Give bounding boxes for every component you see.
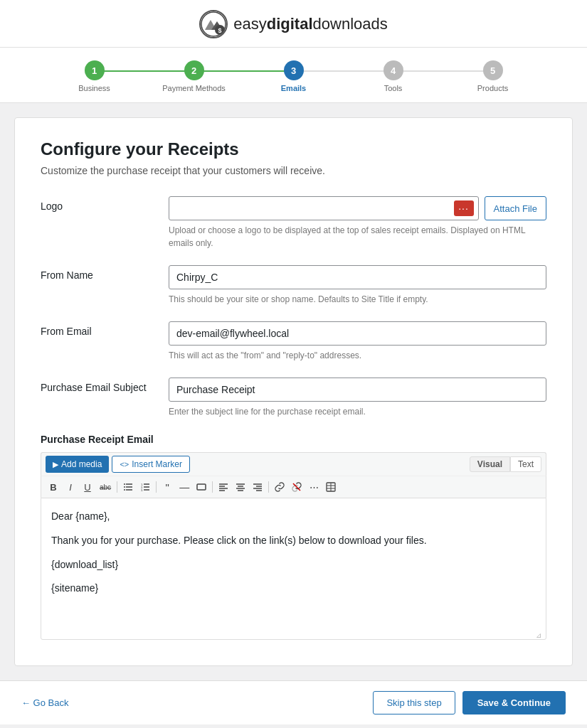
editor-resize-handle[interactable]: ⊿ (536, 629, 544, 638)
logo-input-wrap: ··· Attach File (169, 196, 546, 220)
editor-toolbar-left: ▶ Add media <> Insert Marker (46, 456, 190, 473)
align-center-button[interactable] (233, 479, 248, 495)
step-circle-3: 3 (284, 60, 304, 80)
bold-button[interactable]: B (46, 479, 61, 495)
separator-3 (212, 481, 213, 493)
stepper-bar: 1 Business 2 Payment Methods 3 Emails 4 … (0, 48, 587, 103)
main-container: Configure your Receipts Customize the pu… (0, 103, 587, 666)
bullet-list-button[interactable] (120, 479, 136, 495)
step-label-5: Products (477, 84, 508, 92)
editor-content-area[interactable]: Dear {name}, Thank you for your purchase… (41, 498, 546, 640)
skip-step-button[interactable]: Skip this step (373, 691, 455, 714)
logo-icon: $ (199, 10, 228, 38)
svg-point-9 (124, 486, 125, 488)
editor-toolbar-top: ▶ Add media <> Insert Marker Visual Text (41, 452, 546, 476)
code-icon: <> (120, 460, 129, 469)
more-button[interactable]: ⋯ (306, 479, 322, 495)
subject-label: Purchase Email Subject (41, 378, 169, 393)
footer-right: Skip this step Save & Continue (373, 691, 566, 714)
step-circle-1: 1 (85, 60, 105, 80)
subject-control: Enter the subject line for the purchase … (169, 378, 546, 418)
align-left-button[interactable] (216, 479, 231, 495)
svg-line-30 (293, 483, 300, 491)
step-label-1: Business (78, 84, 110, 92)
step-circle-4: 4 (384, 60, 403, 80)
step-label-2: Payment Methods (162, 84, 226, 92)
step-item-tools[interactable]: 4 Tools (344, 60, 443, 92)
from-name-hint: This should be your site or shop name. D… (169, 293, 546, 306)
logo-control: ··· Attach File Upload or choose a logo … (169, 196, 546, 250)
top-header: $ easydigitaldownloads (0, 0, 587, 48)
subject-input[interactable] (169, 378, 546, 402)
separator-1 (117, 481, 117, 493)
link-button[interactable] (272, 479, 287, 495)
table-button[interactable] (323, 479, 339, 495)
from-name-row: From Name This should be your site or sh… (41, 265, 546, 306)
align-right-button[interactable] (250, 479, 265, 495)
from-email-hint: This will act as the "from" and "reply-t… (169, 349, 546, 362)
from-email-input[interactable] (169, 321, 546, 346)
ordered-list-button[interactable]: 1.2.3. (137, 479, 153, 495)
visual-view-button[interactable]: Visual (470, 456, 510, 472)
editor-section: Purchase Receipt Email ▶ Add media <> In… (41, 434, 546, 640)
from-email-row: From Email This will act as the "from" a… (41, 321, 546, 362)
page-title: Configure your Receipts (41, 139, 546, 159)
editor-format-bar: B I U abc 1.2.3. " — (41, 476, 546, 498)
stepper: 1 Business 2 Payment Methods 3 Emails 4 … (45, 60, 543, 92)
separator-4 (268, 481, 269, 493)
underline-button[interactable]: U (80, 479, 95, 495)
step-label-3: Emails (281, 84, 306, 92)
editor-line-2: Thank you for your purchase. Please clic… (51, 532, 536, 550)
from-email-label: From Email (41, 321, 169, 337)
attach-file-button[interactable]: Attach File (485, 196, 546, 220)
logo-label: Logo (41, 196, 169, 212)
separator-2 (156, 481, 157, 493)
go-back-button[interactable]: ← Go Back (21, 697, 68, 708)
insert-marker-button[interactable]: <> Insert Marker (112, 456, 190, 473)
step-item-products[interactable]: 5 Products (443, 60, 543, 92)
logo-row: Logo ··· Attach File Upload or choose a … (41, 196, 546, 250)
text-view-button[interactable]: Text (510, 456, 541, 472)
logo-text: easydigitaldownloads (233, 15, 387, 33)
editor-view-buttons: Visual Text (470, 456, 541, 472)
svg-point-8 (124, 483, 125, 485)
logo-area: $ easydigitaldownloads (199, 10, 387, 38)
step-label-4: Tools (384, 84, 403, 92)
editor-line-4: {sitename} (51, 580, 536, 597)
step-circle-5: 5 (483, 60, 503, 80)
unlink-button[interactable] (289, 479, 305, 495)
media-icon: ▶ (53, 460, 58, 469)
from-name-input[interactable] (169, 265, 546, 289)
blockquote-button[interactable]: " (159, 479, 175, 495)
hr-button[interactable]: — (176, 479, 192, 495)
fullwidth-button[interactable] (194, 479, 209, 495)
save-continue-button[interactable]: Save & Continue (462, 691, 566, 714)
editor-line-1: Dear {name}, (51, 508, 536, 525)
step-circle-2: 2 (184, 60, 204, 80)
strikethrough-button[interactable]: abc (97, 479, 114, 495)
main-card: Configure your Receipts Customize the pu… (14, 117, 573, 666)
svg-text:$: $ (218, 27, 222, 34)
subject-hint: Enter the subject line for the purchase … (169, 405, 546, 418)
svg-point-10 (124, 489, 125, 491)
svg-rect-17 (197, 484, 206, 490)
logo-dots-button[interactable]: ··· (454, 200, 474, 216)
editor-line-3: {download_list} (51, 557, 536, 574)
add-media-button[interactable]: ▶ Add media (46, 456, 109, 473)
italic-button[interactable]: I (63, 479, 78, 495)
step-item-payment[interactable]: 2 Payment Methods (144, 60, 244, 92)
from-name-label: From Name (41, 265, 169, 281)
subject-row: Purchase Email Subject Enter the subject… (41, 378, 546, 418)
editor-label: Purchase Receipt Email (41, 434, 546, 445)
logo-hint: Upload or choose a logo to be displayed … (169, 224, 546, 250)
step-item-emails[interactable]: 3 Emails (244, 60, 344, 92)
step-item-business[interactable]: 1 Business (45, 60, 144, 92)
from-name-control: This should be your site or shop name. D… (169, 265, 546, 306)
from-email-control: This will act as the "from" and "reply-t… (169, 321, 546, 362)
page-footer: ← Go Back Skip this step Save & Continue (0, 680, 587, 724)
logo-input-inner: ··· (169, 196, 479, 220)
svg-text:3.: 3. (141, 488, 143, 492)
page-subtitle: Customize the purchase receipt that your… (41, 165, 546, 176)
